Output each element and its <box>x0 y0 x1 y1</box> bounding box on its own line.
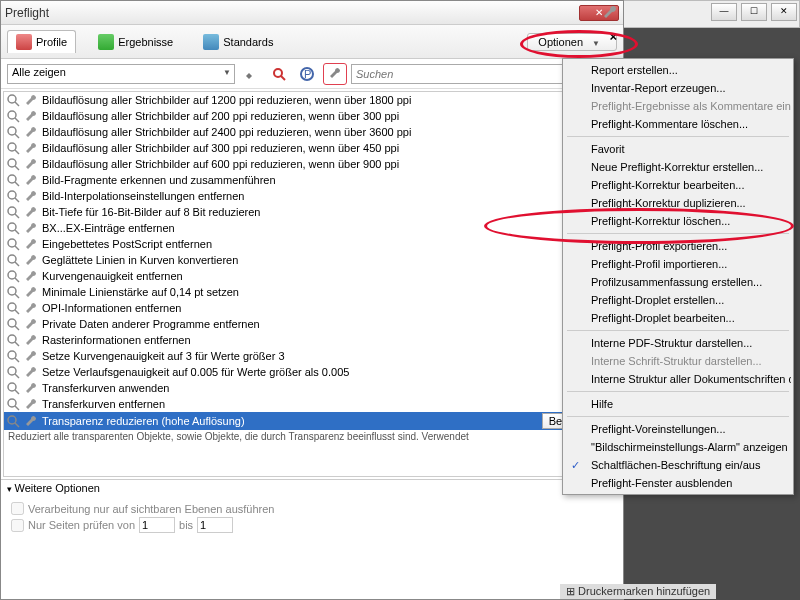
pages-range-row: Nur Seiten prüfen von bis <box>11 517 613 533</box>
list-item[interactable]: Bildauflösung aller Strichbilder auf 300… <box>4 140 620 156</box>
mi-edit-fix[interactable]: Preflight-Korrektur bearbeiten... <box>565 176 791 194</box>
list-item[interactable]: Transferkurven entfernen <box>4 396 620 412</box>
wrench-button[interactable] <box>239 63 263 85</box>
fixup-tool-button[interactable] <box>323 63 347 85</box>
magnify-icon <box>6 365 20 379</box>
list-item[interactable]: Transferkurven anwenden <box>4 380 620 396</box>
svg-line-27 <box>15 278 19 282</box>
mi-pdf-struct[interactable]: Interne PDF-Struktur darstellen... <box>565 334 791 352</box>
mi-alarm[interactable]: "Bildschirmeinstellungs-Alarm" anzeigen <box>565 438 791 456</box>
list-item[interactable]: Geglättete Linien in Kurven konvertieren <box>4 252 620 268</box>
mi-favorite[interactable]: Favorit <box>565 140 791 158</box>
mi-edit-droplet[interactable]: Preflight-Droplet bearbeiten... <box>565 309 791 327</box>
svg-point-22 <box>8 239 16 247</box>
tab-standards[interactable]: Standards <box>195 31 281 53</box>
page-to-input[interactable] <box>197 517 233 533</box>
wrench-icon <box>24 269 38 283</box>
svg-point-4 <box>8 95 16 103</box>
mi-import-profile[interactable]: Preflight-Profil importieren... <box>565 255 791 273</box>
svg-line-39 <box>15 374 19 378</box>
list-item[interactable]: Bildauflösung aller Strichbilder auf 600… <box>4 156 620 172</box>
options-dropdown[interactable]: Optionen <box>527 33 617 51</box>
bg-close[interactable]: ✕ <box>771 3 797 21</box>
svg-line-19 <box>15 214 19 218</box>
mi-doc-fonts[interactable]: Interne Struktur aller Dokumentschriften… <box>565 370 791 388</box>
svg-line-1 <box>281 76 285 80</box>
magnify-icon <box>6 237 20 251</box>
check-icon: ✓ <box>571 459 580 472</box>
magnify-icon <box>6 141 20 155</box>
svg-point-44 <box>8 416 16 424</box>
search-tool-button[interactable] <box>267 63 291 85</box>
magnify-icon <box>6 381 20 395</box>
list-item[interactable]: Rasterinformationen entfernen <box>4 332 620 348</box>
svg-point-38 <box>8 367 16 375</box>
tab-results-label: Ergebnisse <box>118 36 173 48</box>
svg-point-34 <box>8 335 16 343</box>
list-item[interactable]: Setze Kurvengenauigkeit auf 3 für Werte … <box>4 348 620 364</box>
bg-min[interactable]: — <box>711 3 737 21</box>
list-item[interactable]: Bildauflösung aller Strichbilder auf 240… <box>4 124 620 140</box>
page-from-input[interactable] <box>139 517 175 533</box>
fixup-list[interactable]: Bildauflösung aller Strichbilder auf 120… <box>3 91 621 477</box>
p-tool-button[interactable]: P <box>295 63 319 85</box>
options-menu: Report erstellen... Inventar-Report erze… <box>562 58 794 495</box>
mi-new-fix[interactable]: Neue Preflight-Korrektur erstellen... <box>565 158 791 176</box>
mi-labels[interactable]: ✓Schaltflächen-Beschriftung ein/aus <box>565 456 791 474</box>
visible-layers-checkbox[interactable]: Verarbeitung nur auf sichtbaren Ebenen a… <box>11 502 613 515</box>
list-item[interactable]: Eingebettetes PostScript entfernen <box>4 236 620 252</box>
list-item[interactable]: Minimale Linienstärke auf 0,14 pt setzen <box>4 284 620 300</box>
more-options-expander[interactable]: Weitere Optionen <box>1 479 623 496</box>
mi-hide[interactable]: Preflight-Fenster ausblenden <box>565 474 791 492</box>
item-label: Minimale Linienstärke auf 0,14 pt setzen <box>42 286 239 298</box>
svg-line-45 <box>15 423 19 427</box>
list-item[interactable]: Bildauflösung aller Strichbilder auf 120… <box>4 92 620 108</box>
wrench-icon <box>24 414 38 428</box>
bg-max[interactable]: ☐ <box>741 3 767 21</box>
magnify-icon <box>6 333 20 347</box>
item-label: Setze Verlaufsgenauigkeit auf 0.005 für … <box>42 366 349 378</box>
list-item[interactable]: Setze Verlaufsgenauigkeit auf 0.005 für … <box>4 364 620 380</box>
filter-combo[interactable]: Alle zeigen <box>7 64 235 84</box>
titlebar: Preflight ✕ <box>1 1 623 25</box>
mi-export-profile[interactable]: Preflight-Profil exportieren... <box>565 237 791 255</box>
tab-profile[interactable]: Profile <box>7 30 76 53</box>
mi-dup-fix[interactable]: Preflight-Korrektur duplizieren... <box>565 194 791 212</box>
svg-point-36 <box>8 351 16 359</box>
magnify-icon <box>6 157 20 171</box>
panel-close-icon[interactable]: × <box>609 29 617 44</box>
wrench-icon <box>24 157 38 171</box>
mi-create-droplet[interactable]: Preflight-Droplet erstellen... <box>565 291 791 309</box>
magnify-icon <box>6 269 20 283</box>
mi-inventory[interactable]: Inventar-Report erzeugen... <box>565 79 791 97</box>
magnify-icon <box>6 301 20 315</box>
list-item[interactable]: Bild-Interpolationseinstellungen entfern… <box>4 188 620 204</box>
item-label: OPI-Informationen entfernen <box>42 302 181 314</box>
svg-point-16 <box>8 191 16 199</box>
svg-line-35 <box>15 342 19 346</box>
list-item[interactable]: Bildauflösung aller Strichbilder auf 200… <box>4 108 620 124</box>
mi-summary[interactable]: Profilzusammenfassung erstellen... <box>565 273 791 291</box>
chk-visible-layers[interactable] <box>11 502 24 515</box>
chk-pages[interactable] <box>11 519 24 532</box>
item-label: Bild-Interpolationseinstellungen entfern… <box>42 190 244 202</box>
tab-results[interactable]: Ergebnisse <box>90 31 181 53</box>
wrench-icon <box>24 237 38 251</box>
svg-text:P: P <box>304 68 311 80</box>
svg-point-12 <box>8 159 16 167</box>
mi-report[interactable]: Report erstellen... <box>565 61 791 79</box>
list-item[interactable]: Bild-Fragmente erkennen und zusammenführ… <box>4 172 620 188</box>
svg-point-28 <box>8 287 16 295</box>
mi-del-comments[interactable]: Preflight-Kommentare löschen... <box>565 115 791 133</box>
list-item[interactable]: Kurvengenauigkeit entfernen <box>4 268 620 284</box>
mi-del-fix[interactable]: Preflight-Korrektur löschen... <box>565 212 791 230</box>
list-item[interactable]: OPI-Informationen entfernen <box>4 300 620 316</box>
list-item[interactable]: Transparenz reduzieren (hohe Auflösung)B… <box>4 412 620 430</box>
mi-help[interactable]: Hilfe <box>565 395 791 413</box>
list-item[interactable]: BX...EX-Einträge entfernen <box>4 220 620 236</box>
menu-separator <box>567 391 789 392</box>
window-title: Preflight <box>5 6 49 20</box>
list-item[interactable]: Private Daten anderer Programme entferne… <box>4 316 620 332</box>
mi-prefs[interactable]: Preflight-Voreinstellungen... <box>565 420 791 438</box>
list-item[interactable]: Bit-Tiefe für 16-Bit-Bilder auf 8 Bit re… <box>4 204 620 220</box>
